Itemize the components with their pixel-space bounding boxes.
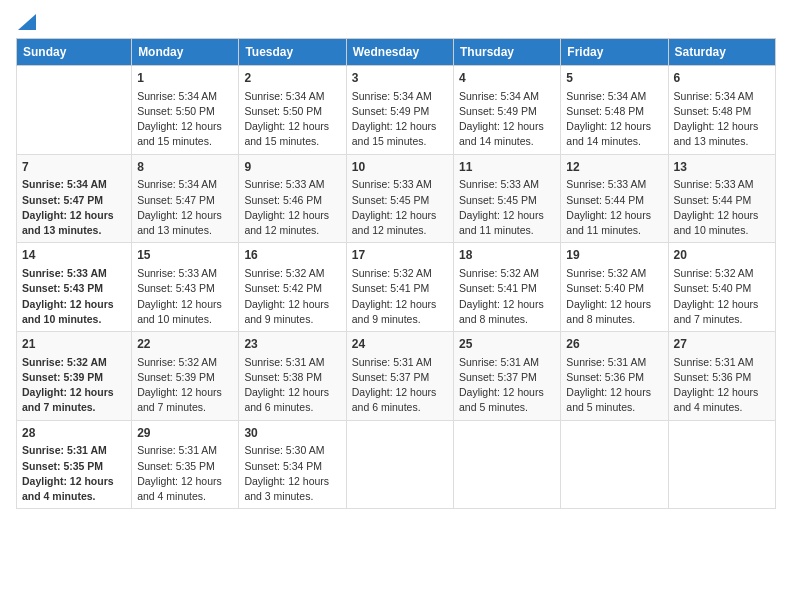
- calendar-cell: [17, 66, 132, 155]
- calendar-week-row: 1Sunrise: 5:34 AM Sunset: 5:50 PM Daylig…: [17, 66, 776, 155]
- day-number: 1: [137, 70, 233, 87]
- weekday-header: Wednesday: [346, 39, 453, 66]
- calendar-cell: 11Sunrise: 5:33 AM Sunset: 5:45 PM Dayli…: [454, 154, 561, 243]
- day-info: Sunrise: 5:32 AM Sunset: 5:41 PM Dayligh…: [459, 266, 555, 327]
- calendar-week-row: 28Sunrise: 5:31 AM Sunset: 5:35 PM Dayli…: [17, 420, 776, 509]
- calendar-cell: [561, 420, 668, 509]
- calendar-cell: 28Sunrise: 5:31 AM Sunset: 5:35 PM Dayli…: [17, 420, 132, 509]
- day-info: Sunrise: 5:34 AM Sunset: 5:50 PM Dayligh…: [244, 89, 340, 150]
- page-header: [16, 16, 776, 30]
- day-info: Sunrise: 5:32 AM Sunset: 5:41 PM Dayligh…: [352, 266, 448, 327]
- day-info: Sunrise: 5:31 AM Sunset: 5:37 PM Dayligh…: [459, 355, 555, 416]
- day-info: Sunrise: 5:33 AM Sunset: 5:46 PM Dayligh…: [244, 177, 340, 238]
- calendar-cell: 7Sunrise: 5:34 AM Sunset: 5:47 PM Daylig…: [17, 154, 132, 243]
- calendar-cell: 14Sunrise: 5:33 AM Sunset: 5:43 PM Dayli…: [17, 243, 132, 332]
- day-info: Sunrise: 5:30 AM Sunset: 5:34 PM Dayligh…: [244, 443, 340, 504]
- day-number: 17: [352, 247, 448, 264]
- day-info: Sunrise: 5:32 AM Sunset: 5:42 PM Dayligh…: [244, 266, 340, 327]
- day-number: 11: [459, 159, 555, 176]
- day-number: 20: [674, 247, 770, 264]
- day-info: Sunrise: 5:32 AM Sunset: 5:39 PM Dayligh…: [22, 355, 126, 416]
- day-info: Sunrise: 5:34 AM Sunset: 5:47 PM Dayligh…: [137, 177, 233, 238]
- calendar-cell: 2Sunrise: 5:34 AM Sunset: 5:50 PM Daylig…: [239, 66, 346, 155]
- calendar-cell: 5Sunrise: 5:34 AM Sunset: 5:48 PM Daylig…: [561, 66, 668, 155]
- day-number: 21: [22, 336, 126, 353]
- day-info: Sunrise: 5:33 AM Sunset: 5:43 PM Dayligh…: [22, 266, 126, 327]
- day-info: Sunrise: 5:34 AM Sunset: 5:47 PM Dayligh…: [22, 177, 126, 238]
- day-info: Sunrise: 5:31 AM Sunset: 5:35 PM Dayligh…: [22, 443, 126, 504]
- day-number: 23: [244, 336, 340, 353]
- day-number: 19: [566, 247, 662, 264]
- calendar-cell: 12Sunrise: 5:33 AM Sunset: 5:44 PM Dayli…: [561, 154, 668, 243]
- weekday-header: Monday: [132, 39, 239, 66]
- day-number: 26: [566, 336, 662, 353]
- svg-marker-0: [18, 14, 36, 30]
- calendar-cell: 25Sunrise: 5:31 AM Sunset: 5:37 PM Dayli…: [454, 332, 561, 421]
- day-number: 27: [674, 336, 770, 353]
- calendar-cell: 13Sunrise: 5:33 AM Sunset: 5:44 PM Dayli…: [668, 154, 775, 243]
- weekday-header: Sunday: [17, 39, 132, 66]
- day-info: Sunrise: 5:34 AM Sunset: 5:48 PM Dayligh…: [674, 89, 770, 150]
- day-number: 25: [459, 336, 555, 353]
- calendar-cell: 21Sunrise: 5:32 AM Sunset: 5:39 PM Dayli…: [17, 332, 132, 421]
- day-info: Sunrise: 5:33 AM Sunset: 5:45 PM Dayligh…: [459, 177, 555, 238]
- day-info: Sunrise: 5:31 AM Sunset: 5:37 PM Dayligh…: [352, 355, 448, 416]
- day-info: Sunrise: 5:33 AM Sunset: 5:43 PM Dayligh…: [137, 266, 233, 327]
- day-number: 30: [244, 425, 340, 442]
- day-info: Sunrise: 5:31 AM Sunset: 5:35 PM Dayligh…: [137, 443, 233, 504]
- day-info: Sunrise: 5:32 AM Sunset: 5:40 PM Dayligh…: [566, 266, 662, 327]
- day-number: 10: [352, 159, 448, 176]
- day-number: 16: [244, 247, 340, 264]
- day-number: 22: [137, 336, 233, 353]
- calendar-week-row: 21Sunrise: 5:32 AM Sunset: 5:39 PM Dayli…: [17, 332, 776, 421]
- day-number: 24: [352, 336, 448, 353]
- day-info: Sunrise: 5:34 AM Sunset: 5:49 PM Dayligh…: [459, 89, 555, 150]
- calendar-cell: [668, 420, 775, 509]
- calendar-cell: 20Sunrise: 5:32 AM Sunset: 5:40 PM Dayli…: [668, 243, 775, 332]
- day-number: 4: [459, 70, 555, 87]
- calendar-cell: 17Sunrise: 5:32 AM Sunset: 5:41 PM Dayli…: [346, 243, 453, 332]
- calendar-cell: 6Sunrise: 5:34 AM Sunset: 5:48 PM Daylig…: [668, 66, 775, 155]
- day-number: 6: [674, 70, 770, 87]
- calendar-cell: [346, 420, 453, 509]
- day-number: 5: [566, 70, 662, 87]
- logo: [16, 16, 36, 30]
- day-number: 8: [137, 159, 233, 176]
- calendar-cell: 8Sunrise: 5:34 AM Sunset: 5:47 PM Daylig…: [132, 154, 239, 243]
- day-info: Sunrise: 5:31 AM Sunset: 5:36 PM Dayligh…: [674, 355, 770, 416]
- calendar-header-row: SundayMondayTuesdayWednesdayThursdayFrid…: [17, 39, 776, 66]
- day-number: 13: [674, 159, 770, 176]
- calendar-cell: [454, 420, 561, 509]
- calendar-cell: 4Sunrise: 5:34 AM Sunset: 5:49 PM Daylig…: [454, 66, 561, 155]
- day-number: 14: [22, 247, 126, 264]
- calendar-week-row: 14Sunrise: 5:33 AM Sunset: 5:43 PM Dayli…: [17, 243, 776, 332]
- day-number: 18: [459, 247, 555, 264]
- day-info: Sunrise: 5:34 AM Sunset: 5:48 PM Dayligh…: [566, 89, 662, 150]
- calendar-cell: 27Sunrise: 5:31 AM Sunset: 5:36 PM Dayli…: [668, 332, 775, 421]
- calendar-cell: 1Sunrise: 5:34 AM Sunset: 5:50 PM Daylig…: [132, 66, 239, 155]
- day-info: Sunrise: 5:32 AM Sunset: 5:40 PM Dayligh…: [674, 266, 770, 327]
- weekday-header: Thursday: [454, 39, 561, 66]
- day-info: Sunrise: 5:33 AM Sunset: 5:44 PM Dayligh…: [674, 177, 770, 238]
- day-info: Sunrise: 5:34 AM Sunset: 5:49 PM Dayligh…: [352, 89, 448, 150]
- day-info: Sunrise: 5:33 AM Sunset: 5:45 PM Dayligh…: [352, 177, 448, 238]
- weekday-header: Friday: [561, 39, 668, 66]
- calendar-cell: 19Sunrise: 5:32 AM Sunset: 5:40 PM Dayli…: [561, 243, 668, 332]
- calendar-week-row: 7Sunrise: 5:34 AM Sunset: 5:47 PM Daylig…: [17, 154, 776, 243]
- calendar-cell: 9Sunrise: 5:33 AM Sunset: 5:46 PM Daylig…: [239, 154, 346, 243]
- calendar-cell: 3Sunrise: 5:34 AM Sunset: 5:49 PM Daylig…: [346, 66, 453, 155]
- calendar-cell: 15Sunrise: 5:33 AM Sunset: 5:43 PM Dayli…: [132, 243, 239, 332]
- day-info: Sunrise: 5:31 AM Sunset: 5:38 PM Dayligh…: [244, 355, 340, 416]
- weekday-header: Saturday: [668, 39, 775, 66]
- calendar-body: 1Sunrise: 5:34 AM Sunset: 5:50 PM Daylig…: [17, 66, 776, 509]
- day-number: 9: [244, 159, 340, 176]
- calendar-cell: 18Sunrise: 5:32 AM Sunset: 5:41 PM Dayli…: [454, 243, 561, 332]
- calendar-cell: 22Sunrise: 5:32 AM Sunset: 5:39 PM Dayli…: [132, 332, 239, 421]
- day-number: 7: [22, 159, 126, 176]
- day-number: 29: [137, 425, 233, 442]
- calendar-cell: 23Sunrise: 5:31 AM Sunset: 5:38 PM Dayli…: [239, 332, 346, 421]
- day-number: 15: [137, 247, 233, 264]
- day-info: Sunrise: 5:34 AM Sunset: 5:50 PM Dayligh…: [137, 89, 233, 150]
- calendar-cell: 24Sunrise: 5:31 AM Sunset: 5:37 PM Dayli…: [346, 332, 453, 421]
- calendar-cell: 10Sunrise: 5:33 AM Sunset: 5:45 PM Dayli…: [346, 154, 453, 243]
